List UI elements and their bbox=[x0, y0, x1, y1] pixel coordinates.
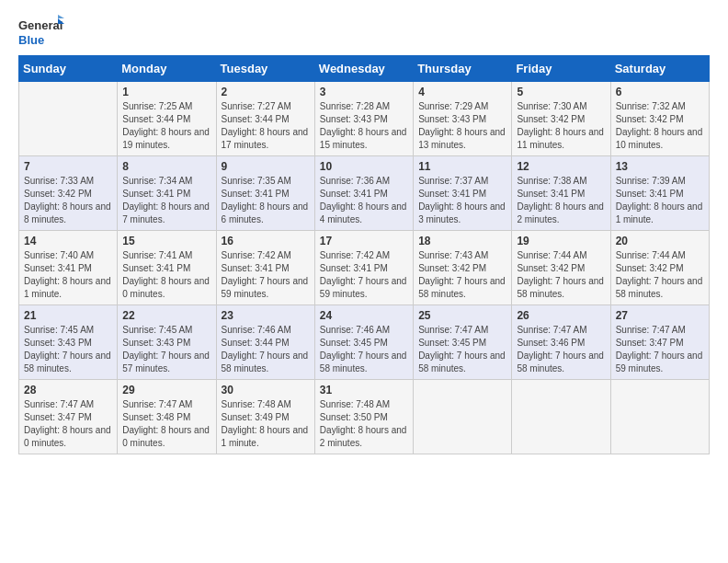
svg-text:General: General bbox=[18, 18, 63, 32]
calendar-cell: 10Sunrise: 7:36 AMSunset: 3:41 PMDayligh… bbox=[314, 156, 413, 231]
week-row-3: 14Sunrise: 7:40 AMSunset: 3:41 PMDayligh… bbox=[19, 231, 710, 305]
cell-sun-info: Sunrise: 7:25 AMSunset: 3:44 PMDaylight:… bbox=[122, 100, 210, 152]
day-number: 20 bbox=[616, 235, 704, 247]
calendar-cell: 21Sunrise: 7:45 AMSunset: 3:43 PMDayligh… bbox=[19, 305, 118, 380]
header-wednesday: Wednesday bbox=[314, 56, 413, 82]
cell-sun-info: Sunrise: 7:39 AMSunset: 3:41 PMDaylight:… bbox=[616, 175, 704, 226]
calendar-cell: 31Sunrise: 7:48 AMSunset: 3:50 PMDayligh… bbox=[314, 380, 413, 454]
day-number: 7 bbox=[24, 160, 112, 173]
cell-sun-info: Sunrise: 7:45 AMSunset: 3:43 PMDaylight:… bbox=[24, 324, 112, 375]
day-number: 14 bbox=[24, 235, 112, 247]
cell-sun-info: Sunrise: 7:47 AMSunset: 3:45 PMDaylight:… bbox=[418, 324, 506, 375]
calendar-cell: 6Sunrise: 7:32 AMSunset: 3:42 PMDaylight… bbox=[610, 82, 709, 156]
cell-sun-info: Sunrise: 7:38 AMSunset: 3:41 PMDaylight:… bbox=[517, 175, 605, 226]
calendar-cell: 29Sunrise: 7:47 AMSunset: 3:48 PMDayligh… bbox=[118, 380, 216, 454]
cell-sun-info: Sunrise: 7:46 AMSunset: 3:45 PMDaylight:… bbox=[320, 324, 408, 375]
page-header: General Blue bbox=[18, 15, 710, 48]
calendar-cell: 1Sunrise: 7:25 AMSunset: 3:44 PMDaylight… bbox=[118, 82, 216, 156]
calendar-cell: 5Sunrise: 7:30 AMSunset: 3:42 PMDaylight… bbox=[512, 82, 610, 156]
header-sunday: Sunday bbox=[19, 56, 118, 82]
day-number: 2 bbox=[222, 86, 310, 98]
header-tuesday: Tuesday bbox=[216, 56, 314, 82]
calendar-cell: 30Sunrise: 7:48 AMSunset: 3:49 PMDayligh… bbox=[216, 380, 314, 454]
cell-sun-info: Sunrise: 7:29 AMSunset: 3:43 PMDaylight:… bbox=[418, 100, 506, 152]
cell-sun-info: Sunrise: 7:46 AMSunset: 3:44 PMDaylight:… bbox=[222, 324, 310, 375]
day-number: 11 bbox=[418, 160, 506, 173]
day-number: 21 bbox=[24, 309, 112, 322]
calendar-cell: 25Sunrise: 7:47 AMSunset: 3:45 PMDayligh… bbox=[414, 305, 512, 380]
logo: General Blue bbox=[18, 15, 64, 48]
day-number: 6 bbox=[616, 86, 704, 98]
cell-sun-info: Sunrise: 7:44 AMSunset: 3:42 PMDaylight:… bbox=[517, 249, 605, 301]
day-number: 30 bbox=[222, 384, 310, 396]
logo-svg: General Blue bbox=[18, 15, 64, 48]
calendar-cell: 23Sunrise: 7:46 AMSunset: 3:44 PMDayligh… bbox=[216, 305, 314, 380]
day-number: 12 bbox=[517, 160, 605, 173]
calendar-cell: 19Sunrise: 7:44 AMSunset: 3:42 PMDayligh… bbox=[512, 231, 610, 305]
day-number: 23 bbox=[222, 309, 310, 322]
cell-sun-info: Sunrise: 7:30 AMSunset: 3:42 PMDaylight:… bbox=[517, 100, 605, 152]
cell-sun-info: Sunrise: 7:35 AMSunset: 3:41 PMDaylight:… bbox=[222, 175, 310, 226]
day-number: 3 bbox=[320, 86, 408, 98]
cell-sun-info: Sunrise: 7:41 AMSunset: 3:41 PMDaylight:… bbox=[122, 249, 210, 301]
cell-sun-info: Sunrise: 7:48 AMSunset: 3:49 PMDaylight:… bbox=[222, 398, 310, 450]
calendar-cell: 15Sunrise: 7:41 AMSunset: 3:41 PMDayligh… bbox=[118, 231, 216, 305]
calendar-cell: 14Sunrise: 7:40 AMSunset: 3:41 PMDayligh… bbox=[19, 231, 118, 305]
header-friday: Friday bbox=[512, 56, 610, 82]
calendar-cell bbox=[19, 82, 118, 156]
cell-sun-info: Sunrise: 7:42 AMSunset: 3:41 PMDaylight:… bbox=[320, 249, 408, 301]
cell-sun-info: Sunrise: 7:27 AMSunset: 3:44 PMDaylight:… bbox=[222, 100, 310, 152]
day-number: 29 bbox=[122, 384, 210, 396]
header-monday: Monday bbox=[118, 56, 216, 82]
calendar-cell: 11Sunrise: 7:37 AMSunset: 3:41 PMDayligh… bbox=[414, 156, 512, 231]
day-number: 15 bbox=[122, 235, 210, 247]
cell-sun-info: Sunrise: 7:33 AMSunset: 3:42 PMDaylight:… bbox=[24, 175, 112, 226]
day-number: 26 bbox=[517, 309, 605, 322]
day-number: 27 bbox=[616, 309, 704, 322]
calendar-cell: 22Sunrise: 7:45 AMSunset: 3:43 PMDayligh… bbox=[118, 305, 216, 380]
cell-sun-info: Sunrise: 7:42 AMSunset: 3:41 PMDaylight:… bbox=[222, 249, 310, 301]
calendar-table: SundayMondayTuesdayWednesdayThursdayFrid… bbox=[18, 55, 710, 454]
calendar-cell: 18Sunrise: 7:43 AMSunset: 3:42 PMDayligh… bbox=[414, 231, 512, 305]
header-thursday: Thursday bbox=[414, 56, 512, 82]
calendar-cell: 13Sunrise: 7:39 AMSunset: 3:41 PMDayligh… bbox=[610, 156, 709, 231]
calendar-cell: 9Sunrise: 7:35 AMSunset: 3:41 PMDaylight… bbox=[216, 156, 314, 231]
day-number: 31 bbox=[320, 384, 408, 396]
calendar-cell bbox=[512, 380, 610, 454]
week-row-4: 21Sunrise: 7:45 AMSunset: 3:43 PMDayligh… bbox=[19, 305, 710, 380]
day-number: 18 bbox=[418, 235, 506, 247]
cell-sun-info: Sunrise: 7:28 AMSunset: 3:43 PMDaylight:… bbox=[320, 100, 408, 152]
cell-sun-info: Sunrise: 7:34 AMSunset: 3:41 PMDaylight:… bbox=[122, 175, 210, 226]
cell-sun-info: Sunrise: 7:32 AMSunset: 3:42 PMDaylight:… bbox=[616, 100, 704, 152]
cell-sun-info: Sunrise: 7:44 AMSunset: 3:42 PMDaylight:… bbox=[616, 249, 704, 301]
calendar-cell: 2Sunrise: 7:27 AMSunset: 3:44 PMDaylight… bbox=[216, 82, 314, 156]
day-number: 1 bbox=[122, 86, 210, 98]
day-number: 19 bbox=[517, 235, 605, 247]
calendar-cell: 8Sunrise: 7:34 AMSunset: 3:41 PMDaylight… bbox=[118, 156, 216, 231]
day-number: 28 bbox=[24, 384, 112, 396]
cell-sun-info: Sunrise: 7:40 AMSunset: 3:41 PMDaylight:… bbox=[24, 249, 112, 301]
calendar-cell: 26Sunrise: 7:47 AMSunset: 3:46 PMDayligh… bbox=[512, 305, 610, 380]
cell-sun-info: Sunrise: 7:45 AMSunset: 3:43 PMDaylight:… bbox=[122, 324, 210, 375]
cell-sun-info: Sunrise: 7:47 AMSunset: 3:48 PMDaylight:… bbox=[122, 398, 210, 450]
day-number: 24 bbox=[320, 309, 408, 322]
svg-text:Blue: Blue bbox=[18, 33, 44, 47]
day-number: 17 bbox=[320, 235, 408, 247]
header-saturday: Saturday bbox=[610, 56, 709, 82]
calendar-cell: 3Sunrise: 7:28 AMSunset: 3:43 PMDaylight… bbox=[314, 82, 413, 156]
calendar-cell: 4Sunrise: 7:29 AMSunset: 3:43 PMDaylight… bbox=[414, 82, 512, 156]
cell-sun-info: Sunrise: 7:37 AMSunset: 3:41 PMDaylight:… bbox=[418, 175, 506, 226]
calendar-cell: 27Sunrise: 7:47 AMSunset: 3:47 PMDayligh… bbox=[610, 305, 709, 380]
calendar-cell: 17Sunrise: 7:42 AMSunset: 3:41 PMDayligh… bbox=[314, 231, 413, 305]
week-row-1: 1Sunrise: 7:25 AMSunset: 3:44 PMDaylight… bbox=[19, 82, 710, 156]
calendar-header-row: SundayMondayTuesdayWednesdayThursdayFrid… bbox=[19, 56, 710, 82]
calendar-cell bbox=[610, 380, 709, 454]
week-row-2: 7Sunrise: 7:33 AMSunset: 3:42 PMDaylight… bbox=[19, 156, 710, 231]
cell-sun-info: Sunrise: 7:47 AMSunset: 3:47 PMDaylight:… bbox=[616, 324, 704, 375]
day-number: 25 bbox=[418, 309, 506, 322]
calendar-cell: 20Sunrise: 7:44 AMSunset: 3:42 PMDayligh… bbox=[610, 231, 709, 305]
day-number: 16 bbox=[222, 235, 310, 247]
week-row-5: 28Sunrise: 7:47 AMSunset: 3:47 PMDayligh… bbox=[19, 380, 710, 454]
calendar-cell: 24Sunrise: 7:46 AMSunset: 3:45 PMDayligh… bbox=[314, 305, 413, 380]
calendar-cell: 28Sunrise: 7:47 AMSunset: 3:47 PMDayligh… bbox=[19, 380, 118, 454]
